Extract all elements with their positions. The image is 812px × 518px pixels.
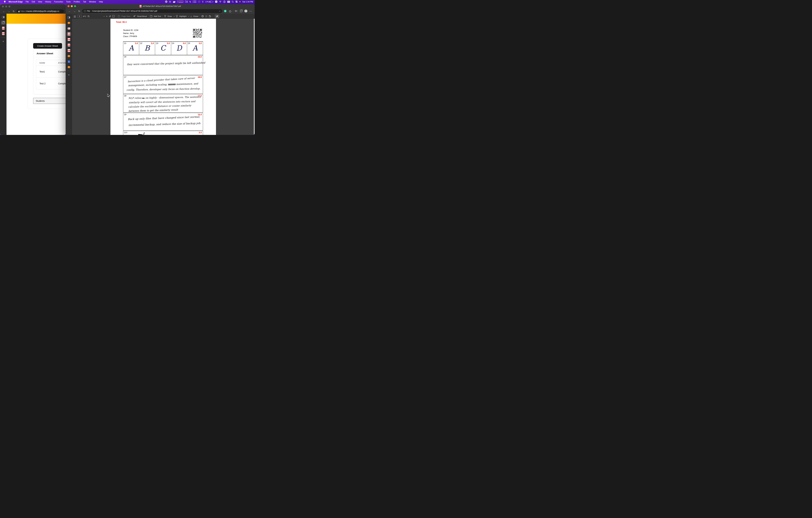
minimize-button[interactable] [5,5,7,7]
back-button[interactable]: ← [2,10,6,12]
new-tab-button[interactable]: + [1,39,5,44]
page-view-label[interactable]: Page View [121,15,130,17]
reload-button[interactable]: ↻ [77,10,81,12]
highlight-label[interactable]: Highlight [179,15,186,17]
extensions-puzzle-icon[interactable] [228,10,232,12]
tab-pdf-1[interactable] [1,26,5,30]
menu-view[interactable]: View [36,1,44,3]
tab-database[interactable] [66,59,71,64]
back-button[interactable]: ← [67,10,71,12]
reload-button[interactable]: ↻ [12,10,16,12]
menu-help[interactable]: Help [97,1,105,3]
tab-aws-2[interactable] [66,54,71,58]
pdf-window-titlebar[interactable]: e579e6af-18c7-401a-b718-31b919a715b7.pdf [66,4,255,8]
docker-whale-icon[interactable] [173,1,175,3]
rotate-icon[interactable]: ↺ [109,15,111,18]
spotlight-search-icon[interactable] [232,1,234,3]
save-as-icon[interactable] [209,15,211,18]
menu-favourites[interactable]: Favourites [53,1,65,3]
draw-chevron-icon[interactable] [173,15,175,17]
table-row[interactable]: Test1 Completed [36,66,66,78]
menu-window[interactable]: Window [88,1,97,3]
close-button[interactable] [2,5,4,7]
cpu-widget[interactable]: CPU [177,0,183,3]
pin-toolbar-button[interactable] [215,15,219,18]
control-center-icon[interactable] [235,1,238,3]
pdf-browser-window: e579e6af-18c7-401a-b718-31b919a715b7.pdf… [66,4,255,135]
toolbar-divider [132,15,132,18]
students-accordion[interactable]: Students [33,98,66,104]
tab-active-pdf[interactable] [66,32,71,36]
menu-history[interactable]: History [44,1,53,3]
active-app-name[interactable]: Microsoft Edge [7,1,24,3]
terminal-app-icon[interactable] [227,1,230,3]
close-button[interactable] [67,5,69,7]
handwritten-line: between them to get the similarty result [128,108,178,112]
globe-icon[interactable] [198,1,200,3]
tab-pdf-3[interactable] [66,43,71,47]
mc-cell-q3: Q3 5.0 C [155,42,171,55]
mem-widget[interactable]: MEM [185,0,187,3]
grammarly-extension-icon[interactable]: G [223,10,227,12]
info-icon[interactable]: i [84,10,86,12]
network-speed[interactable]: 0 KB/s 0 KB/s [193,0,196,3]
tab-aws-1[interactable] [66,21,71,25]
address-bar[interactable]: i File /Users/jerrykwok/Downloads/e579e6… [82,9,222,13]
table-row[interactable]: Test 2 Completed [36,78,66,89]
forward-button[interactable]: → [7,10,11,12]
tab-pane-toggle-icon[interactable] [66,15,71,20]
profile-avatar[interactable] [244,9,248,12]
favorites-bar-icon[interactable] [234,10,238,12]
viewer-scrollbar[interactable] [254,19,255,135]
menu-tab[interactable]: Tab [82,1,88,3]
address-bar[interactable]: https://master.d36hmkifpqct9n.amplifyapp… [17,9,64,13]
tab-gmail[interactable]: M [66,26,71,31]
tab-active-webapp[interactable] [1,21,5,25]
page-number-input[interactable] [77,15,82,18]
menu-bar-clock[interactable]: Sat 1:34 PM [242,1,253,3]
wifi-icon[interactable] [219,1,222,3]
draw-label[interactable]: Draw [168,15,172,17]
pdf-page[interactable]: Total: 90.3 Student ID: 1234 Name: Jerry… [110,19,216,135]
create-answer-sheet-button[interactable]: Create Answer Sheet [33,43,62,49]
window-title-text: e579e6af-18c7-401a-b718-31b919a715b7.pdf [143,5,181,7]
menu-tools[interactable]: Tools [65,1,72,3]
new-tab-button[interactable]: + [66,73,71,77]
apple-menu-icon[interactable] [2,0,7,3]
settings-more-icon[interactable]: ··· [249,10,253,12]
battery-widget[interactable]: 17% [205,1,213,3]
tab-aws-3[interactable] [66,65,71,69]
zoom-button[interactable] [8,5,10,7]
zoom-button[interactable] [74,5,76,7]
tab-pane-toggle-icon[interactable] [1,15,5,19]
pdf-viewer[interactable]: Total: 90.3 Student ID: 1234 Name: Jerry… [72,19,255,135]
print-icon[interactable] [201,15,204,18]
add-text-label[interactable]: Add Text [154,15,161,17]
left-window-titlebar[interactable] [0,4,66,9]
dimmed-status-icon[interactable] [169,1,171,3]
tab-pdf-2[interactable] [1,31,5,36]
forward-button[interactable]: → [72,10,76,12]
screen-record-icon[interactable] [165,1,167,3]
add-favorite-icon[interactable]: ☆ [219,10,221,12]
menu-profiles[interactable]: Profiles [72,1,82,3]
input-source-icon[interactable]: A [215,1,217,3]
bluetooth-icon[interactable] [202,1,203,3]
table-of-contents-icon[interactable] [74,16,76,17]
zoom-out-icon[interactable]: − [103,15,105,18]
tab-pdf-2[interactable] [66,37,71,42]
erase-label[interactable]: Erase [194,15,198,17]
collections-icon[interactable] [239,10,243,12]
menu-file[interactable]: File [24,1,30,3]
network-arrows-icon[interactable] [190,1,191,3]
zoom-in-icon[interactable]: + [106,15,107,18]
page-view-icon [118,15,120,17]
search-icon[interactable] [88,15,90,18]
fit-to-width-icon[interactable]: ↔ [112,15,115,18]
menu-edit[interactable]: Edit [30,1,36,3]
read-aloud-label[interactable]: Read Aloud [137,15,147,17]
tab-pdf-4[interactable] [66,49,71,53]
minimize-button[interactable] [71,5,73,7]
highlight-chevron-icon[interactable] [188,15,190,17]
user-status-icon[interactable] [223,1,226,3]
